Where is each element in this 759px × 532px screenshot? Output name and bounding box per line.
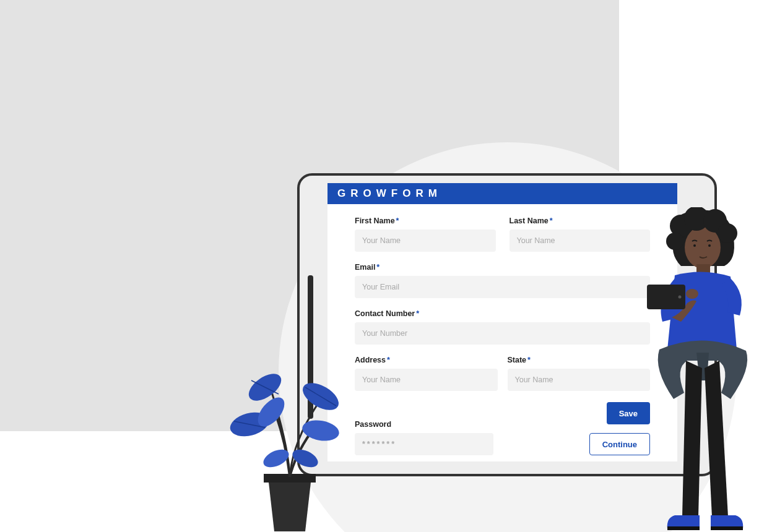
- contact-number-input[interactable]: [355, 322, 650, 345]
- form-brand-header: GROWFORM: [327, 183, 677, 204]
- password-input[interactable]: [355, 433, 493, 455]
- svg-point-21: [686, 289, 698, 299]
- address-input[interactable]: [355, 369, 498, 391]
- form-body: First Name* Last Name* Email*: [327, 204, 677, 461]
- password-label: Password: [355, 420, 493, 429]
- plant-illustration: [228, 353, 352, 532]
- last-name-input[interactable]: [510, 230, 651, 252]
- last-name-label: Last Name*: [510, 217, 651, 225]
- brand-text: GROWFORM: [337, 187, 442, 200]
- svg-marker-0: [268, 477, 311, 531]
- first-name-input[interactable]: [355, 230, 496, 252]
- svg-point-17: [666, 233, 683, 250]
- svg-rect-25: [711, 526, 743, 530]
- address-label: Address*: [355, 356, 498, 364]
- svg-point-19: [708, 244, 711, 247]
- svg-rect-24: [667, 526, 700, 530]
- email-input[interactable]: [355, 276, 650, 298]
- svg-point-18: [693, 244, 696, 247]
- svg-point-12: [685, 226, 721, 268]
- email-label: Email*: [355, 263, 650, 272]
- person-illustration: [638, 207, 759, 532]
- state-input[interactable]: [508, 369, 651, 391]
- svg-point-16: [718, 223, 737, 243]
- contact-number-label: Contact Number*: [355, 309, 650, 318]
- form-card: GROWFORM First Name* Last Name*: [327, 183, 677, 461]
- state-label: State*: [508, 356, 651, 364]
- svg-point-23: [679, 296, 682, 299]
- first-name-label: First Name*: [355, 217, 496, 225]
